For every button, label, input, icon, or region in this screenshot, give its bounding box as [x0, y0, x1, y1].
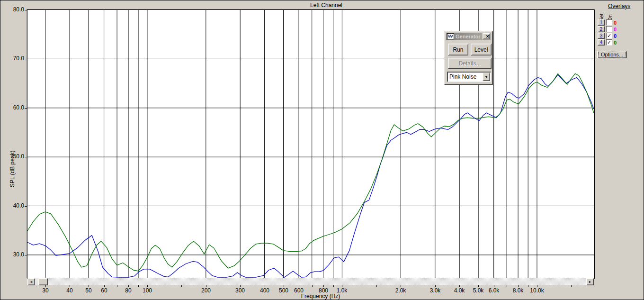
- x-tick-mark: [181, 285, 182, 287]
- overlay-row: 20: [598, 26, 617, 32]
- scroll-right-icon: ►: [589, 280, 592, 283]
- overlay-set-button[interactable]: 2: [598, 26, 605, 32]
- close-icon: ✕: [486, 34, 490, 39]
- x-tick-label: 10.0k: [530, 287, 544, 294]
- overlay-value: 0: [614, 40, 617, 45]
- generator-titlebar[interactable]: Generator ✕: [446, 33, 491, 40]
- overlay-row: 4✓0: [598, 39, 617, 45]
- overlay-set-button[interactable]: 4: [598, 39, 605, 45]
- generator-dialog: Generator ✕ Run Level Details... Pink No…: [444, 31, 493, 85]
- scrollbar-thumb[interactable]: [38, 278, 48, 285]
- scroll-left-icon: ◄: [30, 280, 33, 283]
- y-tick-mark: [25, 206, 27, 207]
- overlay-row: 10: [598, 19, 617, 26]
- x-tick-mark: [507, 285, 507, 287]
- x-tick-label: 40: [66, 287, 72, 294]
- y-tick-mark: [25, 157, 27, 157]
- generator-title: Generator: [456, 34, 481, 39]
- x-tick-label: 2.0k: [395, 287, 406, 294]
- y-tick-mark: [25, 255, 27, 255]
- x-tick-label: 8.0k: [513, 287, 524, 294]
- overlays-rows: 10203✓04✓0: [598, 19, 617, 46]
- x-tick-label: 300: [235, 287, 245, 294]
- overlays-title: Overlays: [608, 3, 630, 9]
- x-tick-label: 80: [125, 287, 131, 294]
- scroll-left-button[interactable]: ◄: [27, 278, 35, 285]
- y-tick-label: 80.0: [5, 6, 24, 13]
- x-tick-label: 4.0k: [454, 287, 465, 294]
- run-button[interactable]: Run: [448, 44, 468, 55]
- signal-type-select[interactable]: Pink Noise ▼: [447, 72, 491, 82]
- signal-type-value: Pink Noise: [447, 73, 483, 80]
- overlay-value: 0: [614, 20, 617, 26]
- curve-overlay-4-green: [27, 73, 594, 271]
- app-window: Left Channel SPL (dB peak) 80.070.060.05…: [0, 0, 644, 300]
- y-tick-mark: [25, 59, 27, 59]
- x-tick-label: 400: [260, 287, 269, 294]
- overlay-on-checkbox[interactable]: ✓: [606, 33, 612, 39]
- waveform-icon: [447, 33, 454, 39]
- x-tick-mark: [333, 285, 334, 287]
- y-tick-label: 60.0: [5, 104, 24, 111]
- x-tick-label: 30: [42, 287, 48, 294]
- details-button: Details...: [448, 58, 492, 69]
- y-tick-mark: [25, 10, 27, 10]
- overlay-value: 0: [614, 33, 617, 39]
- y-tick-label: 50.0: [5, 153, 24, 160]
- h-scrollbar[interactable]: ◄ ►: [27, 278, 594, 285]
- x-tick-label: 5.0k: [473, 287, 484, 294]
- curve-overlay-3-blue: [27, 75, 594, 278]
- overlay-set-button[interactable]: 3: [598, 33, 605, 39]
- y-tick-label: 40.0: [5, 202, 24, 209]
- dropdown-arrow-icon[interactable]: ▼: [483, 73, 490, 81]
- overlay-set-button[interactable]: 1: [598, 19, 605, 26]
- overlay-on-checkbox[interactable]: [606, 19, 612, 26]
- x-tick-label: 200: [201, 287, 211, 294]
- x-axis-label: Frequency (Hz): [301, 293, 340, 300]
- level-button[interactable]: Level: [471, 44, 492, 55]
- frequency-response-plot: [27, 10, 594, 278]
- scroll-right-button[interactable]: ►: [586, 278, 594, 285]
- x-tick-label: 50: [85, 287, 91, 294]
- x-tick-label: 3.0k: [430, 287, 441, 294]
- x-tick-mark: [117, 285, 117, 287]
- x-tick-label: 100: [143, 287, 152, 294]
- close-button[interactable]: ✕: [483, 33, 490, 39]
- overlay-on-checkbox[interactable]: ✓: [606, 39, 612, 45]
- y-tick-label: 30.0: [5, 251, 24, 258]
- overlay-on-checkbox[interactable]: [606, 26, 612, 32]
- chart-title: Left Channel: [310, 2, 342, 9]
- x-tick-mark: [528, 285, 528, 287]
- y-tick-label: 70.0: [5, 55, 24, 62]
- overlay-value: 0: [614, 27, 617, 32]
- x-tick-mark: [312, 285, 313, 287]
- options-button[interactable]: Options...: [597, 51, 627, 58]
- x-tick-mark: [138, 285, 139, 287]
- x-tick-label: 6.0k: [489, 287, 500, 294]
- overlay-row: 3✓0: [598, 33, 617, 39]
- x-tick-mark: [571, 285, 572, 287]
- x-tick-label: 60: [101, 287, 107, 294]
- y-tick-mark: [25, 108, 27, 109]
- x-tick-label: 500: [279, 287, 288, 294]
- x-tick-mark: [376, 285, 377, 287]
